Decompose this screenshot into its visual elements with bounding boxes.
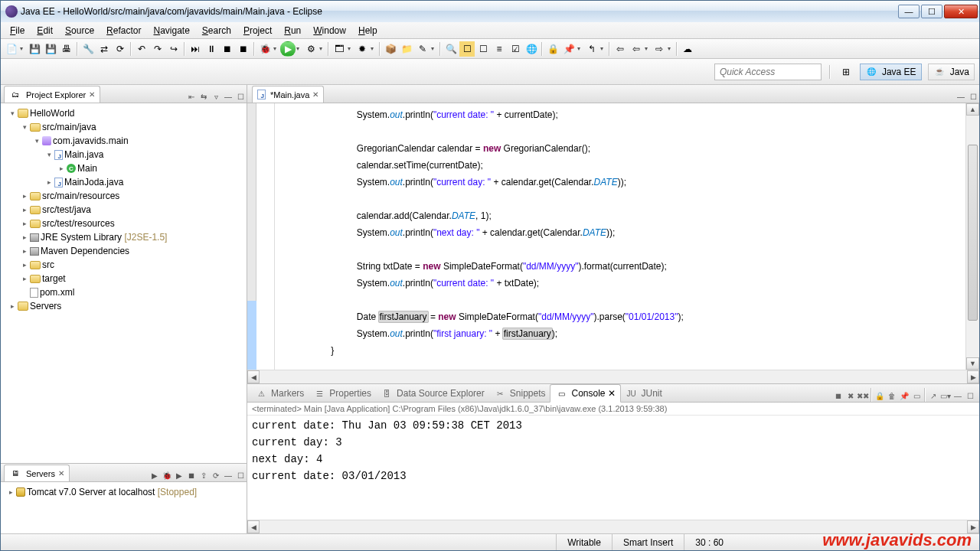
step-button[interactable]: ↪ (166, 41, 181, 57)
task-button[interactable]: ☑ (508, 41, 523, 57)
forward-button[interactable]: ⇨ (652, 41, 667, 57)
tab-console[interactable]: ▭Console✕ (550, 384, 620, 403)
new-button[interactable]: 📄 (4, 41, 19, 57)
new-class-button[interactable]: 📁 (399, 41, 414, 57)
menu-edit[interactable]: Edit (31, 24, 59, 37)
menu-file[interactable]: File (4, 24, 31, 37)
server-profile-button[interactable]: ▶ (173, 469, 185, 481)
console-remove-button[interactable]: ✖ (844, 390, 857, 402)
tab-junit[interactable]: JUJUnit (621, 385, 667, 402)
close-icon[interactable]: ✕ (312, 90, 318, 99)
outline-button[interactable]: ≡ (492, 41, 507, 57)
collapse-all-button[interactable]: ⇤ (185, 90, 198, 103)
new-pkg-button[interactable]: 📦 (383, 41, 398, 57)
console-terminate-button[interactable]: ⏹ (832, 390, 844, 402)
horizontal-scrollbar[interactable]: ◀▶ (247, 370, 979, 383)
build-button[interactable]: 🔧 (80, 41, 96, 57)
new-proj-button[interactable]: ✹ (354, 41, 370, 57)
vertical-scrollbar[interactable]: ▲▼ (965, 103, 979, 370)
new-type-button[interactable]: ✎ (415, 41, 430, 57)
maximize-button[interactable]: ☐ (921, 5, 942, 18)
menu-project[interactable]: Project (237, 24, 278, 37)
menu-window[interactable]: Window (307, 24, 352, 37)
server-item[interactable]: ▸ Tomcat v7.0 Server at localhost [Stopp… (5, 485, 242, 499)
maximize-icon[interactable]: ☐ (234, 90, 247, 103)
back-button[interactable]: ⇦ (612, 41, 628, 57)
menu-refactor[interactable]: Refactor (100, 24, 147, 37)
menu-help[interactable]: Help (352, 24, 384, 37)
nav-lock-button[interactable]: 🔒 (545, 41, 560, 57)
menu-run[interactable]: Run (278, 24, 307, 37)
perspective-java-ee[interactable]: 🌐Java EE (860, 64, 922, 80)
console-display-button[interactable]: ▭ (910, 390, 923, 402)
close-icon[interactable]: ✕ (58, 469, 64, 478)
close-icon[interactable]: ✕ (89, 90, 95, 99)
tab-properties[interactable]: ☰Properties (309, 385, 376, 402)
minimize-button[interactable]: — (898, 5, 920, 18)
prev-edit-button[interactable]: ↰ (584, 41, 599, 57)
maximize-icon[interactable]: ☐ (234, 469, 247, 481)
console-remove-all-button[interactable]: ✖✖ (857, 390, 869, 402)
open-perspective-button[interactable]: ⊞ (838, 64, 854, 80)
editor-ruler (247, 103, 275, 370)
tab-data-source[interactable]: 🗄Data Source Explorer (376, 385, 489, 402)
pin-button[interactable]: 📌 (561, 41, 577, 57)
console-clear-button[interactable]: 🗑 (886, 390, 898, 402)
terminate-button[interactable]: ⏹ (220, 41, 235, 57)
link-editor-button[interactable]: ⇆ (198, 90, 210, 103)
server-clean-button[interactable]: ⟳ (210, 469, 222, 481)
menu-source[interactable]: Source (59, 24, 100, 37)
save-all-button[interactable]: 💾 (43, 41, 58, 57)
folder-icon (30, 192, 41, 201)
code-editor[interactable]: System.out.println("current date: " + cu… (275, 103, 965, 370)
perspective-java[interactable]: ☕Java (928, 64, 975, 80)
project-tree[interactable]: ▾HelloWorld ▾src/main/java ▾com.javavids… (1, 103, 247, 463)
suspend-button[interactable]: ⏸ (204, 41, 219, 57)
tab-markers[interactable]: ⚠Markers (250, 385, 309, 402)
toggle-button[interactable]: ⇄ (96, 41, 112, 57)
undo-button[interactable]: ↶ (134, 41, 149, 57)
editor-tab-main[interactable]: *Main.java ✕ (252, 86, 324, 103)
menu-navigate[interactable]: Navigate (147, 24, 195, 37)
minimize-icon[interactable]: — (955, 90, 967, 103)
print-button[interactable]: 🖶 (59, 41, 74, 57)
console-new-button[interactable]: ▭▾ (939, 390, 952, 402)
java-file-icon (257, 90, 266, 99)
console-open-button[interactable]: ↗ (927, 390, 939, 402)
run-ext-button[interactable]: ⚙ (303, 41, 318, 57)
search-button[interactable]: 🔍 (443, 41, 459, 57)
server-debug-button[interactable]: 🐞 (161, 469, 173, 481)
format-button[interactable]: ⟳ (113, 41, 128, 57)
maximize-icon[interactable]: ☐ (964, 390, 976, 402)
back-hist-button[interactable]: ⇦ (629, 41, 644, 57)
debug-button[interactable]: 🐞 (257, 41, 273, 57)
servers-tab[interactable]: 🖥 Servers ✕ (4, 465, 70, 481)
resume-button[interactable]: ⏭ (188, 41, 203, 57)
close-button[interactable]: ✕ (944, 5, 978, 18)
disconnect-button[interactable]: ⏹ (236, 41, 251, 57)
maximize-icon[interactable]: ☐ (967, 90, 979, 103)
console-pin-button[interactable]: 📌 (898, 390, 910, 402)
minimize-icon[interactable]: — (952, 390, 964, 402)
minimize-icon[interactable]: — (222, 469, 234, 481)
new-server-button[interactable]: 🗔 (332, 41, 347, 57)
run-button[interactable]: ▶ (280, 41, 296, 57)
redo-button[interactable]: ↷ (150, 41, 165, 57)
open-persp-button[interactable]: ☁ (680, 41, 695, 57)
menu-search[interactable]: Search (196, 24, 237, 37)
server-publish-button[interactable]: ⇪ (198, 469, 210, 481)
close-icon[interactable]: ✕ (608, 388, 616, 399)
save-button[interactable]: 💾 (27, 41, 42, 57)
web-button[interactable]: 🌐 (524, 41, 539, 57)
quick-access-input[interactable] (714, 64, 822, 80)
view-menu-button[interactable]: ▿ (210, 90, 222, 103)
server-stop-button[interactable]: ⏹ (185, 469, 198, 481)
mark-button[interactable]: ☐ (459, 41, 475, 57)
tab-snippets[interactable]: ✂Snippets (489, 385, 550, 402)
server-start-button[interactable]: ▶ (149, 469, 161, 481)
annotate-button[interactable]: ☐ (475, 41, 491, 57)
console-output[interactable]: current date: Thu Jan 03 09:59:38 CET 20… (247, 416, 979, 520)
project-explorer-tab[interactable]: 🗂 Project Explorer ✕ (4, 86, 100, 103)
minimize-icon[interactable]: — (222, 90, 234, 103)
console-scroll-lock-button[interactable]: 🔒 (874, 390, 886, 402)
